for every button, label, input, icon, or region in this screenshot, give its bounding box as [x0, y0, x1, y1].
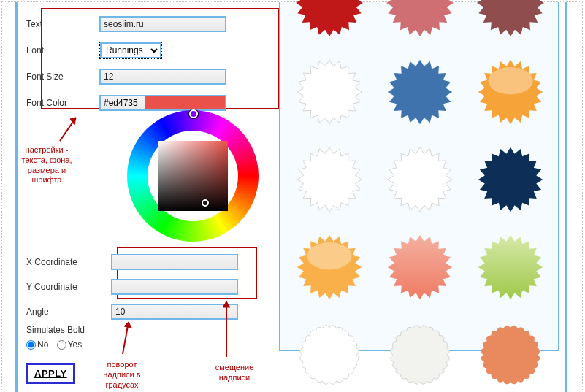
arrow-icon — [115, 316, 137, 360]
apply-button[interactable]: APPLY — [26, 363, 75, 384]
template-item[interactable] — [467, 226, 554, 309]
template-item[interactable] — [467, 313, 554, 392]
fontcolor-label: Font Color — [26, 98, 99, 108]
color-picker-square[interactable] — [158, 141, 228, 211]
simbold-label: Simulates Bold — [26, 325, 172, 335]
radio-no[interactable] — [26, 340, 36, 350]
xcoord-input[interactable] — [111, 254, 238, 270]
annotation-offset: смещение надписи — [209, 363, 260, 383]
color-wheel[interactable] — [127, 110, 259, 242]
svg-point-8 — [488, 67, 532, 94]
text-settings-form: Text Font Runnings Font Size Font Color … — [26, 12, 267, 120]
color-square-marker[interactable] — [202, 199, 209, 207]
svg-marker-5 — [223, 301, 230, 307]
text-label: Text — [26, 19, 99, 29]
radio-no-label[interactable]: No — [26, 339, 48, 350]
fontsize-label: Font Size — [26, 72, 99, 82]
color-ring-marker[interactable] — [189, 109, 198, 118]
annotation-rotation: поворот надписи в градусах — [96, 360, 148, 390]
template-item[interactable] — [286, 138, 372, 221]
arrow-icon — [216, 297, 238, 361]
template-item[interactable] — [377, 138, 463, 221]
template-item[interactable] — [377, 2, 463, 46]
svg-point-9 — [307, 242, 351, 269]
radio-yes-label[interactable]: Yes — [57, 339, 83, 350]
xcoord-label: X Coordinate — [26, 257, 111, 267]
radio-yes[interactable] — [57, 340, 66, 350]
editor-panel: Text Font Runnings Font Size Font Color … — [15, 2, 567, 392]
text-input[interactable] — [99, 16, 226, 32]
template-item[interactable] — [377, 50, 463, 134]
fontsize-input[interactable] — [99, 69, 226, 85]
template-gallery — [279, 2, 559, 351]
template-item[interactable] — [467, 2, 554, 46]
fontcolor-input[interactable]: #ed4735 — [99, 95, 226, 111]
template-item[interactable] — [467, 138, 554, 221]
svg-marker-3 — [124, 322, 131, 328]
angle-label: Angle — [26, 307, 111, 317]
template-item[interactable] — [286, 313, 372, 392]
ycoord-input[interactable] — [111, 279, 238, 295]
ycoord-label: Y Coordinate — [26, 282, 111, 292]
arrow-icon — [54, 112, 83, 145]
template-item[interactable] — [467, 50, 554, 134]
font-label: Font — [26, 45, 99, 55]
font-select[interactable]: Runnings — [100, 42, 161, 58]
template-item[interactable] — [286, 2, 372, 46]
template-item[interactable] — [377, 226, 463, 309]
fontcolor-swatch — [145, 96, 225, 109]
template-item[interactable] — [377, 313, 463, 392]
template-item[interactable] — [286, 50, 372, 134]
annotation-settings: настройки - текста, фона, размера и шриф… — [15, 145, 78, 185]
template-item[interactable] — [286, 226, 372, 309]
